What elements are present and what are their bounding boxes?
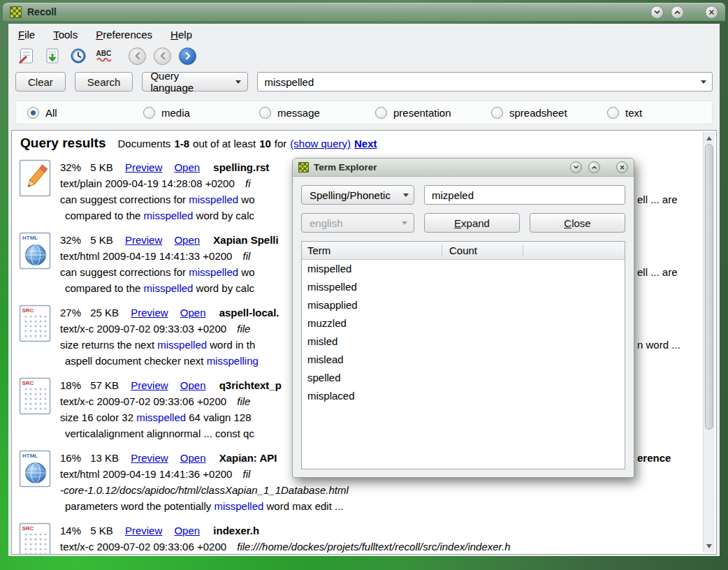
preview-link[interactable]: Preview xyxy=(131,379,168,391)
filter-presentation[interactable]: presentation xyxy=(364,107,480,119)
close-button[interactable] xyxy=(705,6,718,19)
result-filename: aspell-local. xyxy=(219,307,279,319)
term-column-header[interactable]: Term xyxy=(302,244,443,256)
term-row[interactable]: misspelled xyxy=(302,278,625,296)
close-dialog-button[interactable]: Close xyxy=(530,213,625,233)
svg-text:SRC: SRC xyxy=(22,525,34,532)
window-controls xyxy=(650,6,718,19)
term-row[interactable]: mislead xyxy=(302,351,625,369)
preview-link[interactable]: Preview xyxy=(131,452,168,464)
expand-button[interactable]: Expand xyxy=(424,213,520,233)
menubar: File Tools Preferences Help xyxy=(8,24,720,43)
result-snippet: verticalalignment alignnormal ... const … xyxy=(65,428,254,439)
preview-link[interactable]: Preview xyxy=(125,234,162,246)
term-input-field[interactable] xyxy=(424,185,625,205)
term-table: Term Count mispelled misspelled misappli… xyxy=(301,241,625,469)
term-row[interactable]: misplaced xyxy=(302,387,625,405)
chevron-down-icon xyxy=(235,80,241,84)
filter-media[interactable]: media xyxy=(132,107,248,119)
term-input[interactable] xyxy=(430,189,619,202)
expansion-mode-combo[interactable]: Spelling/Phonetic xyxy=(301,185,414,205)
scrollbar-thumb[interactable] xyxy=(705,144,713,430)
preview-link[interactable]: Preview xyxy=(125,525,162,536)
open-link[interactable]: Open xyxy=(174,161,200,173)
filter-text[interactable]: text xyxy=(596,107,712,119)
radio-selected-icon[interactable] xyxy=(27,107,39,119)
filter-message[interactable]: message xyxy=(248,107,364,119)
desktop: { "window": { "title": "Recoll", "contro… xyxy=(0,0,728,570)
next-page-button[interactable] xyxy=(179,48,196,65)
menu-tools[interactable]: Tools xyxy=(53,29,78,41)
dialog-shade-button[interactable] xyxy=(570,161,582,173)
search-entry-combo[interactable] xyxy=(257,72,713,92)
result-relevance: 14% xyxy=(60,525,81,536)
radio-icon[interactable] xyxy=(491,107,503,119)
show-query-link[interactable]: (show query) xyxy=(290,138,351,149)
results-scrollbar[interactable] xyxy=(703,132,715,553)
maximize-button[interactable] xyxy=(671,6,684,19)
term-explorer-dialog: Term Explorer Spelling/Phonetic xyxy=(292,158,634,478)
term-row[interactable]: spelled xyxy=(302,369,625,387)
result-meta: text/html 2009-04-19 14:41:33 +0200 xyxy=(60,250,232,262)
search-row: Clear Search Query language xyxy=(8,68,720,95)
search-combo-dropdown[interactable] xyxy=(695,73,712,91)
clear-search-toolbar-button[interactable] xyxy=(17,46,36,66)
menu-help[interactable]: Help xyxy=(170,29,192,41)
term-row[interactable]: misapplied xyxy=(302,296,625,314)
search-input[interactable] xyxy=(264,76,695,88)
radio-icon[interactable] xyxy=(607,107,619,119)
text-file-icon xyxy=(19,159,51,197)
preview-link[interactable]: Preview xyxy=(125,161,162,173)
dialog-titlebar[interactable]: Term Explorer xyxy=(293,159,634,177)
preview-link[interactable]: Preview xyxy=(131,307,168,319)
save-query-toolbar-button[interactable] xyxy=(43,46,62,66)
query-language-combo[interactable]: Query language xyxy=(142,72,248,92)
open-link[interactable]: Open xyxy=(180,379,206,391)
history-toolbar-button[interactable] xyxy=(68,46,88,66)
menu-preferences[interactable]: Preferences xyxy=(96,29,152,41)
radio-icon[interactable] xyxy=(259,107,271,119)
result-size: 25 KB xyxy=(90,307,119,319)
result-snippet-tail: n word ... xyxy=(637,337,680,353)
filter-spreadsheet[interactable]: spreadsheet xyxy=(480,107,596,119)
open-link[interactable]: Open xyxy=(180,307,206,319)
shade-button[interactable] xyxy=(650,6,664,19)
term-table-header[interactable]: Term Count xyxy=(302,242,625,260)
query-language-label: Query language xyxy=(150,70,223,94)
count-column-header[interactable]: Count xyxy=(443,244,477,256)
result-url: file xyxy=(237,323,250,335)
column-divider[interactable] xyxy=(523,244,523,256)
chevron-up-icon xyxy=(591,164,597,170)
chevron-down-icon xyxy=(403,193,409,197)
result-size: 13 KB xyxy=(90,452,119,464)
menu-file[interactable]: File xyxy=(18,29,35,41)
column-divider[interactable] xyxy=(442,244,442,256)
open-link[interactable]: Open xyxy=(180,452,206,464)
term-row[interactable]: mispelled xyxy=(302,260,625,278)
result-relevance: 27% xyxy=(60,307,81,319)
open-link[interactable]: Open xyxy=(174,234,200,246)
clear-button[interactable]: Clear xyxy=(15,72,66,92)
filter-all[interactable]: All xyxy=(16,107,132,119)
term-row[interactable]: muzzled xyxy=(302,314,625,332)
term-explorer-toolbar-button[interactable]: ABC xyxy=(94,46,114,66)
result-size: 5 KB xyxy=(90,525,113,536)
prev-page-button[interactable] xyxy=(154,48,171,65)
radio-icon[interactable] xyxy=(143,107,155,119)
radio-icon[interactable] xyxy=(375,107,387,119)
search-button[interactable]: Search xyxy=(75,72,133,92)
next-page-link[interactable]: Next xyxy=(354,138,377,149)
titlebar[interactable]: Recoll xyxy=(3,3,725,21)
language-combo[interactable]: english xyxy=(301,213,414,233)
dialog-close-button[interactable] xyxy=(616,161,628,173)
dialog-maximize-button[interactable] xyxy=(588,161,600,173)
scroll-up-button[interactable] xyxy=(704,133,715,143)
open-link[interactable]: Open xyxy=(174,525,200,536)
toolbar: ABC xyxy=(8,43,720,68)
scroll-down-button[interactable] xyxy=(704,541,715,551)
svg-text:SRC: SRC xyxy=(22,307,34,314)
result-snippet-tail: ell ... are xyxy=(637,264,678,280)
term-row[interactable]: misled xyxy=(302,332,625,351)
chevron-down-icon xyxy=(653,8,661,16)
first-page-button[interactable] xyxy=(129,48,146,65)
